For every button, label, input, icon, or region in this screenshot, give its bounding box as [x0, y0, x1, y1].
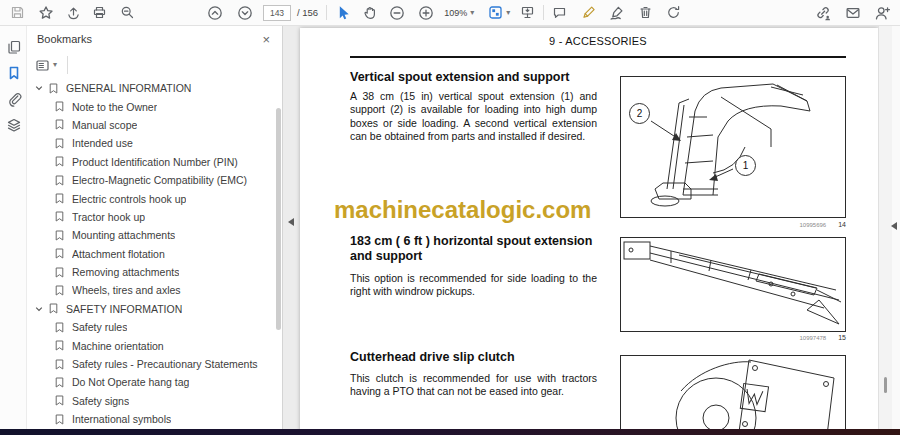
next-page-button[interactable]: [237, 2, 253, 24]
account-button[interactable]: [874, 2, 890, 24]
attachments-panel-button[interactable]: [0, 86, 27, 112]
cursor-arrow-icon: [335, 5, 350, 20]
layers-panel-button[interactable]: [0, 112, 27, 138]
bookmark-label: International symbols: [72, 413, 171, 425]
highlight-button[interactable]: [581, 2, 596, 24]
person-plus-icon: [874, 5, 890, 21]
navigation-rail: [0, 26, 27, 429]
section-body: This clutch is recommended for use with …: [350, 372, 597, 399]
section-heading: Cutterhead drive slip clutch: [350, 350, 602, 365]
thumbnails-panel-button[interactable]: [0, 34, 27, 60]
chevron-down-icon[interactable]: [35, 84, 43, 92]
collapse-left-arrow-icon[interactable]: [288, 218, 294, 226]
bookmark-item[interactable]: Note to the Owner: [27, 97, 276, 115]
section-heading: Vertical spout extension and support: [350, 70, 602, 85]
vertical-spout-drawing: [621, 77, 843, 215]
bookmarks-panel-button[interactable]: [0, 60, 27, 86]
callout-1: 1: [735, 155, 756, 176]
search-button[interactable]: [120, 2, 135, 24]
bookmark-label: SAFETY INFORMATION: [66, 303, 182, 315]
page-view-caret-icon[interactable]: ▾: [506, 9, 510, 17]
document-viewport[interactable]: 9 - ACCESSORIES Vertical spout extension…: [283, 26, 900, 429]
bookmark-item[interactable]: Product Identification Number (PIN): [27, 153, 276, 171]
callout-2: 2: [629, 103, 650, 124]
bookmark-options-button[interactable]: ▾: [35, 54, 57, 76]
bookmarks-scrollbar[interactable]: [276, 108, 281, 330]
bookmark-glyph-icon: [55, 156, 64, 167]
document-scrollbar-track[interactable]: [878, 26, 892, 429]
bookmark-glyph-icon: [55, 377, 64, 388]
bookmark-item[interactable]: Removing attachments: [27, 263, 276, 281]
figure-photo-id: 10995696: [800, 222, 827, 228]
comment-bubble-icon: [552, 5, 567, 20]
print-button[interactable]: [92, 2, 107, 24]
bookmark-item[interactable]: Safety rules: [27, 318, 276, 336]
previous-page-button[interactable]: [207, 2, 223, 24]
signature-button[interactable]: [609, 2, 625, 24]
favorite-button[interactable]: [38, 2, 54, 24]
bookmark-item[interactable]: Machine orientation: [27, 336, 276, 354]
bookmark-item[interactable]: Electric controls hook up: [27, 189, 276, 207]
bookmark-label: Do Not Operate hang tag: [72, 376, 189, 388]
bookmark-item[interactable]: Mounting attachments: [27, 226, 276, 244]
bookmark-label: Wheels, tires and axles: [72, 284, 181, 296]
save-button[interactable]: [10, 2, 25, 24]
page-number-input[interactable]: 143: [263, 5, 291, 21]
header-rule: [350, 56, 846, 58]
bookmark-label: Safety rules: [72, 321, 127, 333]
bookmark-glyph-icon: [49, 303, 58, 314]
zoom-out-magnifier-icon: [120, 5, 135, 20]
slip-clutch-drawing: [621, 356, 843, 435]
email-button[interactable]: [845, 2, 861, 24]
delete-button[interactable]: [638, 2, 653, 24]
circle-arrow-up-icon: [207, 5, 223, 21]
comment-button[interactable]: [552, 2, 567, 24]
page-total-label: / 156: [297, 7, 318, 18]
pdf-page: 9 - ACCESSORIES Vertical spout extension…: [300, 28, 878, 435]
layers-icon: [6, 117, 22, 133]
bookmark-item[interactable]: Safety rules - Precautionary Statements: [27, 355, 276, 373]
bookmark-section-safety-information[interactable]: SAFETY INFORMATION: [27, 300, 276, 318]
minus-circle-icon: [389, 5, 405, 21]
bookmark-label: Electro-Magnetic Compatibility (EMC): [72, 174, 247, 186]
share-button[interactable]: [66, 2, 81, 24]
bookmark-glyph-icon: [55, 322, 64, 333]
bookmark-item[interactable]: Wheels, tires and axles: [27, 281, 276, 299]
bookmark-item[interactable]: Intended use: [27, 134, 276, 152]
collapse-right-arrow-icon[interactable]: [891, 222, 897, 230]
hand-tool-button[interactable]: [363, 2, 378, 24]
section-body: A 38 cm (15 in) vertical spout extension…: [350, 90, 597, 144]
options-caret-icon[interactable]: ▾: [53, 61, 57, 69]
printer-icon: [92, 5, 107, 20]
plus-circle-icon: [418, 5, 434, 21]
share-link-button[interactable]: [815, 2, 831, 24]
zoom-in-button[interactable]: [418, 2, 434, 24]
chevron-down-icon[interactable]: [35, 305, 43, 313]
close-panel-button[interactable]: ×: [260, 32, 272, 47]
bookmark-label: Intended use: [72, 137, 133, 149]
bookmark-glyph-icon: [55, 230, 64, 241]
zoom-out-button[interactable]: [389, 2, 405, 24]
section-body: This option is recommended for side load…: [350, 272, 597, 299]
bookmark-section-general-information[interactable]: GENERAL INFORMATION: [27, 79, 276, 97]
select-tool-button[interactable]: [335, 2, 350, 24]
bookmark-item[interactable]: Electro-Magnetic Compatibility (EMC): [27, 171, 276, 189]
bookmark-item[interactable]: Manual scope: [27, 116, 276, 134]
bookmark-glyph-icon: [55, 175, 64, 186]
bookmark-glyph-icon: [55, 395, 64, 406]
page-view-button[interactable]: ▾: [488, 2, 510, 24]
bookmark-label: GENERAL INFORMATION: [66, 82, 191, 94]
bookmark-item[interactable]: Tractor hook up: [27, 208, 276, 226]
bookmark-item[interactable]: Attachment flotation: [27, 245, 276, 263]
rotate-button[interactable]: [666, 2, 681, 24]
bookmark-item[interactable]: Safety signs: [27, 392, 276, 410]
presentation-button[interactable]: [520, 2, 535, 24]
document-scrollbar-thumb[interactable]: [884, 377, 887, 393]
pages-icon: [6, 39, 22, 55]
bookmark-item[interactable]: International symbols: [27, 410, 276, 428]
zoom-caret-icon[interactable]: ▾: [470, 9, 474, 17]
figure-caption: 1099569614: [620, 221, 846, 228]
figure-number: 15: [838, 334, 846, 341]
bookmark-item[interactable]: Do Not Operate hang tag: [27, 373, 276, 391]
zoom-level-value[interactable]: 109%: [444, 8, 467, 18]
